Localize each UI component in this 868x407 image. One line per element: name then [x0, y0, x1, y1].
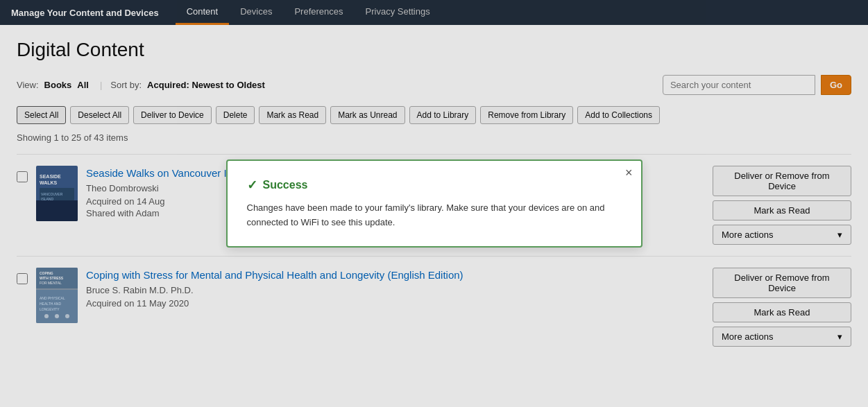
- modal-overlay: × ✓ Success Changes have been made to yo…: [0, 0, 868, 407]
- check-icon: ✓: [247, 177, 257, 193]
- modal-close-button[interactable]: ×: [625, 166, 633, 179]
- modal-box: × ✓ Success Changes have been made to yo…: [226, 159, 643, 248]
- modal-title-row: ✓ Success: [247, 177, 622, 193]
- modal-title: Success: [263, 179, 308, 191]
- modal-message: Changes have been made to your family's …: [247, 201, 622, 230]
